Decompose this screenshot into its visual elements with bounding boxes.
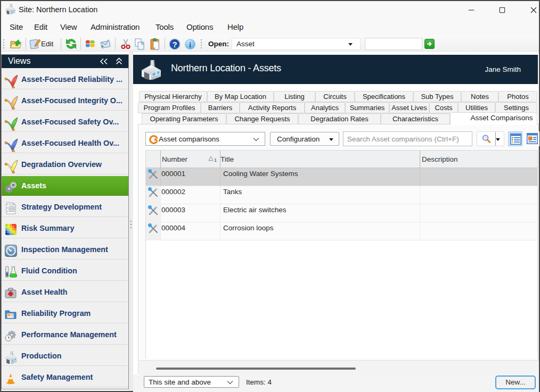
- svg-text:?: ?: [172, 40, 177, 49]
- svg-text:1: 1: [214, 157, 217, 162]
- svg-text:i: i: [189, 41, 191, 49]
